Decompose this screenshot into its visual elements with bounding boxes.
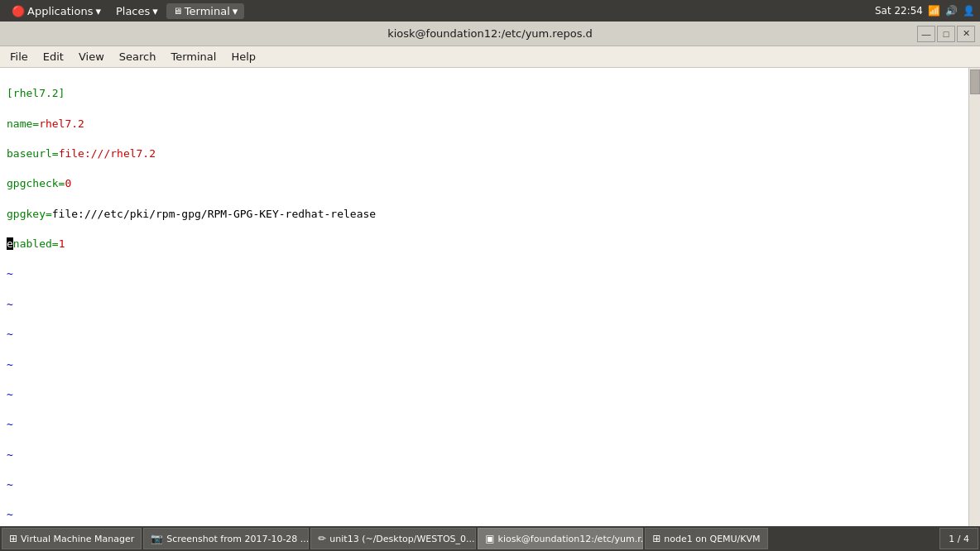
places-menu[interactable]: Places ▾ (109, 3, 165, 19)
taskbar-screenshot-label: Screenshot from 2017-10-28 ... (166, 534, 309, 544)
maximize-button[interactable]: □ (937, 26, 955, 42)
editor-content[interactable]: [rhel7.2] name=rhel7.2 baseurl=file:///r… (0, 68, 968, 533)
window-buttons: — □ ✕ (917, 26, 975, 42)
pager-label: 1 / 4 (949, 534, 969, 544)
node1-icon: ⊞ (652, 533, 661, 544)
terminal-arrow-icon: ▾ (233, 5, 238, 17)
tilde-6: ~ (7, 417, 962, 432)
tilde-1: ~ (7, 266, 962, 281)
tilde-7: ~ (7, 448, 962, 462)
menu-help[interactable]: Help (224, 48, 262, 65)
minimize-button[interactable]: — (917, 26, 935, 42)
taskbar-terminal-active[interactable]: ▣ kiosk@foundation12:/etc/yum.r... (478, 528, 643, 549)
line-4: gpgcheck=0 (7, 176, 962, 191)
system-bar-right: Sat 22:54 📶 🔊 👤 (875, 5, 975, 17)
taskbar-unit13-label: unit13 (~/Desktop/WESTOS_0... (329, 534, 474, 544)
screenshot-icon: 📷 (151, 533, 163, 544)
system-bar-left: 🔴 Applications ▾ Places ▾ 🖥 Terminal ▾ (5, 3, 244, 19)
taskbar-screenshot[interactable]: 📷 Screenshot from 2017-10-28 ... (143, 528, 309, 549)
terminal-window: kiosk@foundation12:/etc/yum.repos.d — □ … (0, 22, 980, 551)
menu-edit[interactable]: Edit (36, 48, 70, 65)
terminal-label: Terminal (185, 5, 230, 17)
taskbar-pager[interactable]: 1 / 4 (939, 528, 978, 549)
scrollbar-thumb[interactable] (970, 69, 980, 94)
taskbar-node1[interactable]: ⊞ node1 on QEMU/KVM (645, 528, 767, 549)
taskbar-terminal-label: kiosk@foundation12:/etc/yum.r... (498, 534, 644, 544)
line-3: baseurl=file:///rhel7.2 (7, 146, 962, 161)
wifi-icon: 📶 (928, 5, 940, 17)
terminal-menu[interactable]: 🖥 Terminal ▾ (166, 3, 244, 19)
volume-icon: 🔊 (945, 5, 958, 17)
menu-file[interactable]: File (3, 48, 35, 65)
line-2: name=rhel7.2 (7, 117, 962, 132)
terminal-taskbar-icon: ▣ (485, 533, 494, 544)
user-icon[interactable]: 👤 (963, 5, 975, 17)
taskbar: ⊞ Virtual Machine Manager 📷 Screenshot f… (0, 526, 980, 551)
tilde-3: ~ (7, 327, 962, 342)
taskbar-node1-label: node1 on QEMU/KVM (664, 534, 760, 544)
menu-terminal[interactable]: Terminal (164, 48, 223, 65)
tilde-5: ~ (7, 387, 962, 402)
applications-menu[interactable]: 🔴 Applications ▾ (5, 3, 108, 19)
taskbar-vm-label: Virtual Machine Manager (21, 534, 134, 544)
menu-bar: File Edit View Search Terminal Help (0, 46, 980, 68)
places-label: Places (116, 5, 150, 17)
cursor: e (7, 237, 13, 250)
redhat-icon: 🔴 (12, 5, 25, 17)
terminal-icon: 🖥 (173, 6, 182, 17)
unit13-icon: ✏ (318, 533, 326, 544)
title-bar: kiosk@foundation12:/etc/yum.repos.d — □ … (0, 22, 980, 46)
line-6: enabled=1 (7, 237, 962, 252)
system-bar: 🔴 Applications ▾ Places ▾ 🖥 Terminal ▾ S… (0, 0, 980, 22)
menu-search[interactable]: Search (113, 48, 163, 65)
menu-view[interactable]: View (72, 48, 111, 65)
line-1: [rhel7.2] (7, 86, 962, 101)
applications-label: Applications (27, 5, 93, 17)
tilde-2: ~ (7, 297, 962, 312)
places-arrow-icon: ▾ (152, 5, 158, 17)
close-button[interactable]: ✕ (957, 26, 975, 42)
editor-area: [rhel7.2] name=rhel7.2 baseurl=file:///r… (0, 68, 980, 533)
tilde-4: ~ (7, 357, 962, 372)
line-5: gpgkey=file:///etc/pki/rpm-gpg/RPM-GPG-K… (7, 207, 962, 222)
window-title: kiosk@foundation12:/etc/yum.repos.d (387, 27, 593, 40)
tilde-9: ~ (7, 507, 962, 522)
apps-arrow-icon: ▾ (95, 5, 101, 17)
taskbar-unit13[interactable]: ✏ unit13 (~/Desktop/WESTOS_0... (310, 528, 476, 549)
tilde-8: ~ (7, 477, 962, 492)
time-display: Sat 22:54 (875, 5, 923, 17)
scrollbar[interactable] (968, 68, 980, 533)
vm-manager-icon: ⊞ (9, 533, 17, 544)
taskbar-vm-manager[interactable]: ⊞ Virtual Machine Manager (2, 528, 142, 549)
